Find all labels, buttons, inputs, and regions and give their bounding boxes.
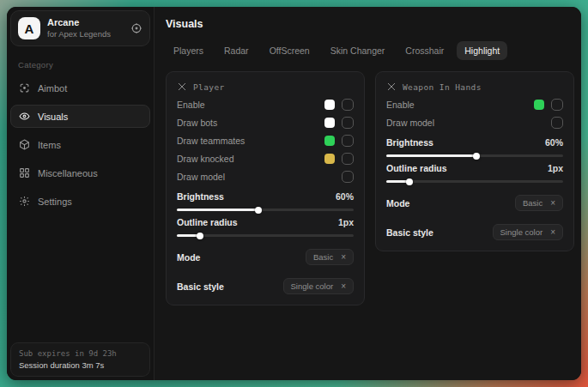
toggle-row: Draw model [177,167,354,185]
app-window: A Arcane for Apex Legends Category [7,7,581,380]
slider-label: Brightness [386,137,433,148]
slider-label: Outline radius [386,163,447,173]
close-icon[interactable]: × [341,282,346,291]
checkbox[interactable] [342,135,354,147]
toggle-row: Draw bots [177,113,354,131]
sidebar-item-items[interactable]: Items [10,133,150,156]
color-swatch[interactable] [324,154,335,164]
checkbox[interactable] [342,153,354,165]
slider-fill[interactable] [386,154,476,157]
page-title: Visuals [166,18,574,30]
sub-expiry-text: Sub expires in 9d 23h [19,349,142,358]
player-panel: Player Enable Draw bots [166,71,365,305]
basic-style-select[interactable]: Single color × [283,278,354,294]
basic-style-select[interactable]: Single color × [493,224,563,240]
slider[interactable] [177,234,354,237]
toggle-row: Enable [386,95,563,113]
app-subtitle: for Apex Legends [47,29,124,39]
tag-label: Mode [386,198,409,209]
tab-players[interactable]: Players [166,41,211,60]
brand-card: A Arcane for Apex Legends [10,10,150,46]
slider-fill[interactable] [177,234,200,237]
slider[interactable] [386,180,563,183]
mode-select[interactable]: Basic × [306,249,354,265]
close-icon[interactable]: × [550,228,555,237]
close-icon[interactable]: × [341,253,346,262]
tab-highlight[interactable]: Highlight [457,41,507,60]
color-swatch[interactable] [534,100,544,110]
tab-crosshair[interactable]: Crosshair [397,41,452,60]
outline-radius-slider-block: Outline radius 1px [386,163,563,183]
mode-select[interactable]: Basic × [515,195,563,211]
tab-radar[interactable]: Radar [216,41,257,60]
toggle-row: Enable [177,95,354,113]
session-duration-text: Session duration 3m 7s [19,360,142,370]
app-logo: A [18,17,40,39]
checkbox[interactable] [551,99,563,111]
slider-label: Outline radius [177,217,238,227]
category-label: Category [18,60,150,70]
crosshair-icon [19,82,30,94]
color-swatch[interactable] [324,118,335,128]
basic-style-row: Basic style Single color × [386,223,563,241]
slider[interactable] [177,209,354,211]
toggle-label: Enable [177,100,205,110]
sidebar-item-label: Visuals [38,112,68,122]
slider[interactable] [386,154,563,157]
mode-row: Mode Basic × [177,248,354,266]
sidebar-item-label: Miscellaneous [38,168,98,178]
main-content: Visuals Players Radar OffScreen Skin Cha… [155,7,581,380]
panel-title: Weapon In Hands [403,82,482,92]
checkbox[interactable] [342,99,354,111]
checkbox[interactable] [342,117,354,129]
toggle-label: Draw bots [177,118,217,128]
slider-label: Brightness [177,191,224,202]
grid-icon [19,167,30,178]
close-icon[interactable]: × [550,199,555,208]
slider-fill[interactable] [177,209,258,211]
toggle-label: Enable [386,100,415,110]
panel-title: Player [193,82,225,92]
tag-label: Basic style [177,281,224,292]
target-icon[interactable] [130,22,142,34]
sidebar-item-visuals[interactable]: Visuals [10,105,150,128]
sidebar-nav: Aimbot Visuals Items [10,76,150,213]
eye-icon [19,111,30,122]
slider-fill[interactable] [386,180,409,183]
toggle-label: Draw knocked [177,154,234,164]
cube-icon [19,139,30,150]
sidebar-item-label: Items [38,140,61,150]
mode-row: Mode Basic × [386,194,563,212]
slider-value: 1px [548,163,563,173]
sidebar-item-settings[interactable]: Settings [10,190,150,213]
sidebar-item-label: Settings [38,197,72,207]
toggle-row: Draw teammates [177,131,354,149]
sidebar-item-miscellaneous[interactable]: Miscellaneous [10,161,150,184]
weapon-in-hands-panel: Weapon In Hands Enable Draw model [375,71,574,251]
basic-style-row: Basic style Single color × [177,277,354,295]
toggle-row: Draw model [386,113,563,131]
sidebar: A Arcane for Apex Legends Category [7,7,155,380]
crossed-swords-icon [177,82,187,92]
checkbox[interactable] [342,171,354,183]
slider-value: 60% [545,137,563,148]
tab-skin-changer[interactable]: Skin Changer [323,41,393,60]
sidebar-item-aimbot[interactable]: Aimbot [10,76,150,100]
tag-label: Basic style [386,227,433,238]
slider-value: 60% [336,191,354,202]
checkbox[interactable] [551,117,563,129]
brightness-slider-block: Brightness 60% [177,191,354,211]
subscription-card: Sub expires in 9d 23h Session duration 3… [10,342,150,377]
crossed-swords-icon [386,82,397,92]
tag-label: Mode [177,252,200,263]
color-swatch[interactable] [324,136,335,146]
color-swatch[interactable] [324,100,335,110]
app-name: Arcane [47,17,124,29]
sidebar-item-label: Aimbot [38,83,67,94]
toggle-label: Draw teammates [177,136,245,146]
slider-value: 1px [338,217,354,227]
tab-offscreen[interactable]: OffScreen [262,41,318,60]
brightness-slider-block: Brightness 60% [386,137,563,157]
tab-bar: Players Radar OffScreen Skin Changer Cro… [166,41,574,60]
outline-radius-slider-block: Outline radius 1px [177,217,354,237]
